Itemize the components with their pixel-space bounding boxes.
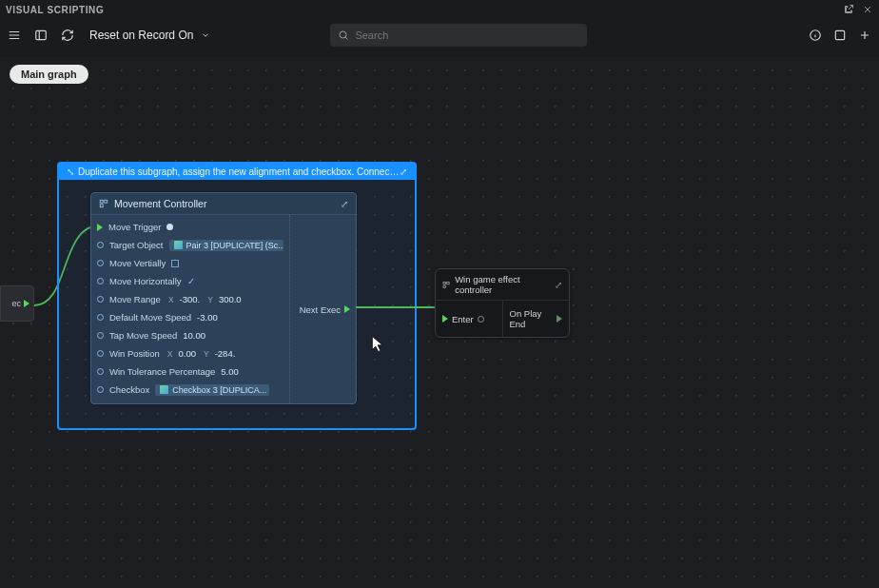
exec-in-port-icon[interactable] [97,224,103,231]
port-label: Move Horizontally [109,276,182,286]
object-icon [174,241,183,249]
port-label: Enter [452,314,474,324]
title-bar: VISUAL SCRIPTING [0,0,879,19]
expand-icon[interactable]: ⤢ [341,199,348,209]
port-win-tolerance[interactable]: Win Tolerance Percentage 5.00 [97,363,283,381]
value[interactable]: 10.00 [183,330,205,341]
search-box[interactable] [330,24,587,47]
exec-out-port-icon[interactable] [557,315,562,323]
port-label: Checkbox [109,384,149,395]
value-x[interactable]: -300. [180,294,201,304]
port-checkbox[interactable]: Checkbox Checkbox 3 [DUPLICA... × [97,381,283,399]
svg-point-1 [340,31,346,38]
port-label: Next Exec [300,304,341,315]
data-port-icon[interactable] [97,386,104,393]
object-icon [160,385,168,394]
chip-label: Pair 3 [DUPLICATE] (Sc... [186,241,283,250]
port-win-position[interactable]: Win Position X0.00 Y-284. [97,344,283,363]
object-chip[interactable]: Pair 3 [DUPLICATE] (Sc... × [169,240,283,251]
port-label: Win Tolerance Percentage [109,366,215,377]
port-tap-speed[interactable]: Tap Move Speed 10.00 [97,326,283,344]
expand-icon[interactable]: ⤢ [555,280,562,290]
port-next-exec[interactable]: Next Exec [300,304,350,315]
fill-dot-icon [166,224,173,230]
port-on-play-end[interactable]: On Play End [503,301,570,337]
port-default-speed[interactable]: Default Move Speed -3.00 [97,308,283,326]
add-icon[interactable] [858,29,871,42]
comment-box-header[interactable]: ⤡ Duplicate this subgraph, assign the ne… [59,164,415,180]
port-label: Move Range [109,294,161,304]
port-label: Move Trigger [108,222,161,232]
subgraph-icon [442,281,450,289]
close-icon[interactable] [862,4,873,15]
data-port-icon[interactable] [97,368,104,375]
node-header[interactable]: Win game effect controller ⤢ [436,269,569,301]
data-port-icon[interactable] [97,332,104,339]
value-y[interactable]: -284. [215,348,236,359]
port-label: Default Move Speed [109,312,191,323]
chevron-down-icon [201,30,210,40]
port-label: Move Vertially [109,258,166,268]
data-port-icon[interactable] [97,296,104,303]
offscreen-exec-label: ec [11,299,21,308]
comment-text: Duplicate this subgraph, assign the new … [78,167,400,177]
node-title: Movement Controller [114,198,206,209]
svg-rect-0 [36,30,47,39]
svg-rect-6 [100,205,103,207]
checkbox-unchecked-icon[interactable] [171,260,179,267]
svg-rect-4 [100,200,103,203]
data-port-icon[interactable] [97,350,104,357]
breadcrumb-main[interactable]: Main graph [10,65,88,84]
port-target-object[interactable]: Target Object Pair 3 [DUPLICATE] (Sc... … [97,236,283,254]
chip-label: Checkbox 3 [DUPLICA... [172,385,266,395]
pop-out-icon[interactable] [843,4,854,15]
port-label: Target Object [109,240,164,250]
value[interactable]: 5.00 [221,366,239,377]
svg-rect-9 [443,285,445,287]
svg-rect-7 [443,282,445,284]
subgraph-icon [99,199,108,208]
resize-handle-icon[interactable]: ⤢ [400,167,407,177]
port-label: Tap Move Speed [109,330,177,341]
node-title: Win game effect controller [455,274,550,295]
window-icon[interactable] [833,29,847,42]
data-port-icon[interactable] [97,278,104,284]
object-chip[interactable]: Checkbox 3 [DUPLICA... × [155,384,269,396]
port-move-vertically[interactable]: Move Vertially [97,254,283,272]
win-effect-node[interactable]: Win game effect controller ⤢ Enter On Pl… [435,268,570,338]
svg-rect-5 [105,200,107,203]
reset-dropdown[interactable]: Reset on Record On [84,25,216,46]
search-input[interactable] [355,29,579,41]
panel-title: VISUAL SCRIPTING [6,5,104,15]
checkbox-checked-icon[interactable]: ✓ [187,276,195,286]
layout-icon[interactable] [34,29,48,42]
reset-dropdown-label: Reset on Record On [89,29,193,42]
svg-rect-3 [835,30,844,39]
exec-out-port-icon[interactable] [24,300,29,307]
offscreen-node-left[interactable]: ec [0,285,34,322]
search-icon [338,29,349,41]
port-move-trigger[interactable]: Move Trigger [97,218,283,236]
node-header[interactable]: Movement Controller ⤢ [91,193,356,215]
port-move-horizontally[interactable]: Move Horizontally ✓ [97,272,283,290]
value-x[interactable]: 0.00 [178,348,196,359]
svg-rect-8 [447,282,449,284]
movement-controller-node[interactable]: Movement Controller ⤢ Move Trigger Targe… [90,192,357,404]
port-label: On Play End [510,308,554,329]
data-port-icon[interactable] [97,314,104,321]
value[interactable]: -3.00 [197,312,218,323]
resize-handle-icon[interactable]: ⤡ [67,167,74,177]
info-icon[interactable] [809,29,822,42]
data-port-icon[interactable] [97,260,104,266]
data-port-icon[interactable] [97,242,104,248]
port-move-range[interactable]: Move Range X-300. Y300.0 [97,290,283,308]
port-enter[interactable]: Enter [436,301,503,337]
menu-icon[interactable] [8,29,21,42]
exec-in-port-icon[interactable] [442,315,448,323]
refresh-icon[interactable] [61,29,74,42]
value-y[interactable]: 300.0 [219,294,242,304]
port-label: Win Position [109,348,160,359]
fill-dot-icon [478,316,484,323]
toolbar: Reset on Record On [0,19,879,51]
exec-out-port-icon[interactable] [344,305,350,313]
